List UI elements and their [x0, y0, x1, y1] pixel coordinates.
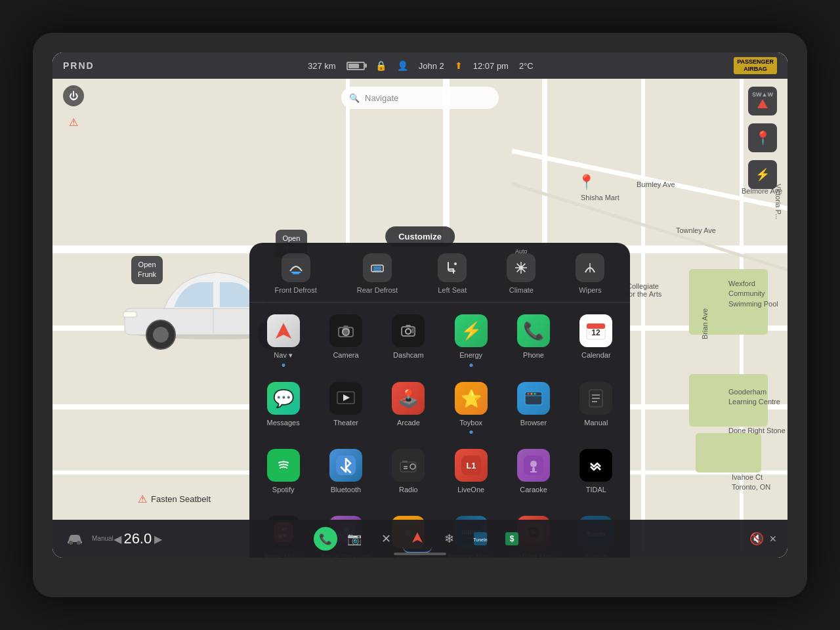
energy-dot [469, 364, 472, 367]
app-energy[interactable]: ⚡ Energy [440, 308, 502, 365]
mute-icon[interactable]: 🔇 [749, 532, 764, 546]
app-karaoke[interactable]: Caraoke [502, 442, 564, 499]
taskbar-car-icon[interactable] [63, 527, 87, 551]
taskbar-climate-btn[interactable]: ❄ [434, 524, 463, 553]
front-defrost-icon[interactable] [282, 253, 310, 282]
status-bar: PRND 327 km 🔒 👤 John 2 ⬆ 12:07 pm 2°C PA… [52, 52, 788, 79]
wipers-icon[interactable] [576, 253, 604, 282]
status-center: 327 km 🔒 👤 John 2 ⬆ 12:07 pm 2°C [108, 60, 734, 71]
app-manual[interactable]: Manual [565, 375, 627, 432]
app-bluetooth[interactable]: Bluetooth [314, 442, 377, 499]
messages-label: Messages [267, 419, 300, 427]
app-tidal[interactable]: TIDAL [565, 442, 627, 499]
app-radio[interactable]: Radio [377, 442, 440, 499]
liveone-label: LiveOne [457, 486, 484, 494]
liveone-icon: L1 [455, 449, 488, 482]
toybox-icon: ⭐ [455, 382, 488, 415]
status-right: PASSENGERAIRBAG [734, 57, 777, 74]
lightning-widget[interactable]: ⚡ [748, 160, 777, 189]
app-theater[interactable]: Theater [314, 375, 377, 432]
toybox-label: Toybox [459, 419, 482, 427]
compass-widget[interactable]: SW▲W [748, 87, 777, 116]
screen: 📍 PRND 327 km 🔒 👤 John 2 ⬆ 12:07 pm 2°C … [52, 52, 788, 558]
speed-value: 26.0 [121, 530, 154, 547]
svg-rect-12 [689, 269, 768, 335]
app-grid-row3: Spotify Bluetooth Radio L1 [249, 437, 630, 504]
climate-label: Climate [509, 286, 534, 294]
mute-x: ✕ [769, 534, 777, 544]
rear-defrost-icon[interactable] [363, 253, 392, 282]
rear-defrost-control[interactable]: Rear Defrost [357, 253, 398, 294]
search-bar[interactable]: 🔍 Navigate [341, 87, 499, 109]
svg-point-65 [530, 461, 537, 467]
messages-icon: 💬 [267, 382, 300, 415]
app-dashcam[interactable]: Dashcam [377, 308, 440, 365]
svg-point-84 [77, 541, 81, 545]
seatbelt-warning-icon: ⚠ [138, 493, 147, 505]
arcade-icon: 🕹️ [392, 382, 425, 415]
svg-point-18 [153, 327, 169, 343]
taskbar-tunein-btn[interactable]: TuneIn [466, 524, 495, 553]
power-icon[interactable]: ⏻ [63, 85, 84, 106]
taskbar: Manual ◀ 26.0 ▶ 📞 📷 ✕ ❄ TuneIn $ [52, 520, 788, 558]
seatbelt-warning: ⚠ Fasten Seatbelt [138, 493, 211, 505]
search-placeholder: Navigate [365, 93, 398, 103]
rear-defrost-label: Rear Defrost [357, 286, 398, 294]
energy-label: Energy [459, 351, 482, 359]
taskbar-siriusxm-btn[interactable]: $ [497, 524, 526, 553]
alert-icon: ⬆ [455, 60, 463, 71]
taskbar-phone-btn[interactable]: 📞 [314, 527, 337, 551]
toybox-dot [469, 430, 472, 434]
app-browser[interactable]: Browser [502, 375, 564, 432]
svg-text:$: $ [510, 534, 514, 543]
taskbar-nav-btn[interactable] [403, 524, 432, 553]
range-display: 327 km [308, 61, 336, 71]
theater-label: Theater [333, 419, 358, 427]
wipers-control[interactable]: Wipers [576, 253, 604, 294]
taskbar-camera-btn[interactable]: 📷 [340, 524, 369, 553]
taskbar-x-btn[interactable]: ✕ [371, 524, 400, 553]
quick-controls: Front Defrost Rear Defrost [249, 243, 630, 303]
arcade-label: Arcade [397, 419, 420, 427]
taskbar-app-buttons: 📞 📷 ✕ ❄ TuneIn $ [314, 524, 526, 553]
speed-display: Manual [92, 535, 114, 543]
svg-text:TuneIn: TuneIn [473, 537, 488, 542]
search-icon: 🔍 [349, 93, 360, 103]
app-camera[interactable]: Camera [314, 308, 377, 365]
app-phone[interactable]: 📞 Phone [502, 308, 564, 365]
svg-point-83 [69, 541, 73, 545]
spotify-label: Spotify [272, 486, 295, 494]
pin-icon: 📍 [755, 130, 771, 146]
next-speed-btn[interactable]: ▶ [154, 533, 162, 545]
app-nav[interactable]: Nav ▾ [252, 308, 314, 365]
open-frunk-button[interactable]: Open Frunk [131, 256, 163, 284]
prev-speed-btn[interactable]: ◀ [114, 533, 121, 545]
camera-icon [329, 314, 362, 347]
app-calendar[interactable]: 12 Calendar [565, 308, 627, 365]
phone-icon: 📞 [517, 314, 550, 347]
app-spotify[interactable]: Spotify [252, 442, 314, 499]
svg-rect-66 [532, 467, 535, 472]
nav-label: Nav ▾ [274, 351, 293, 360]
front-defrost-control[interactable]: Front Defrost [275, 253, 317, 294]
radio-icon [392, 449, 425, 482]
app-messages[interactable]: 💬 Messages [252, 375, 314, 432]
energy-icon: ⚡ [455, 314, 488, 347]
warning-icon: ⚠ [63, 112, 84, 133]
browser-label: Browser [520, 419, 547, 427]
taskbar-right: 🔇 ✕ [749, 532, 777, 546]
climate-control[interactable]: Auto Climate [507, 253, 536, 294]
app-grid-row1: Nav ▾ Camera Dashcam ⚡ [249, 303, 630, 370]
left-seat-control[interactable]: Left Seat [438, 253, 467, 294]
app-liveone[interactable]: L1 LiveOne [440, 442, 502, 499]
app-toybox[interactable]: ⭐ Toybox [440, 375, 502, 432]
karaoke-label: Caraoke [520, 486, 547, 494]
wipers-label: Wipers [579, 286, 601, 294]
lock-icon: 🔒 [375, 60, 387, 71]
svg-point-55 [275, 457, 292, 474]
location-pin-widget[interactable]: 📍 [748, 123, 777, 152]
left-seat-icon[interactable] [438, 253, 467, 282]
tidal-label: TIDAL [586, 486, 606, 494]
climate-icon[interactable]: Auto [507, 253, 536, 282]
app-arcade[interactable]: 🕹️ Arcade [377, 375, 440, 432]
